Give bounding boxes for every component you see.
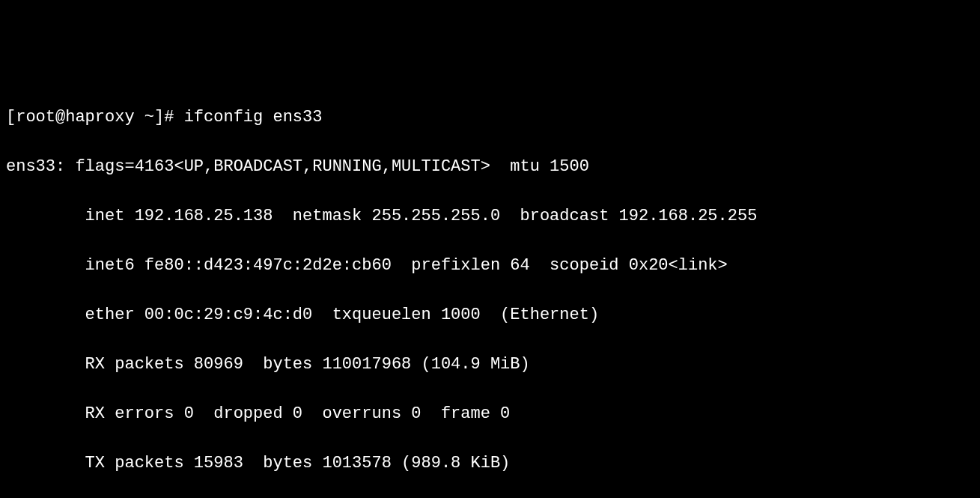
tx-packets-ens33: TX packets 15983 bytes 1013578 (989.8 Ki… [6, 451, 974, 476]
inet-line-ens33: inet 192.168.25.138 netmask 255.255.255.… [6, 204, 974, 228]
rx-packets-ens33: RX packets 80969 bytes 110017968 (104.9 … [6, 352, 974, 377]
rx-errors-ens33: RX errors 0 dropped 0 overruns 0 frame 0 [6, 401, 974, 426]
shell-prompt: [root@haproxy ~]# [6, 108, 184, 127]
command-text: ifconfig ens33 [184, 108, 323, 127]
ether-line-ens33: ether 00:0c:29:c9:4c:d0 txqueuelen 1000 … [6, 303, 974, 327]
ifconfig-header-ens33: ens33: flags=4163<UP,BROADCAST,RUNNING,M… [6, 154, 974, 179]
prompt-line-1[interactable]: [root@haproxy ~]# ifconfig ens33 [6, 105, 974, 130]
inet6-line-ens33: inet6 fe80::d423:497c:2d2e:cb60 prefixle… [6, 253, 974, 278]
